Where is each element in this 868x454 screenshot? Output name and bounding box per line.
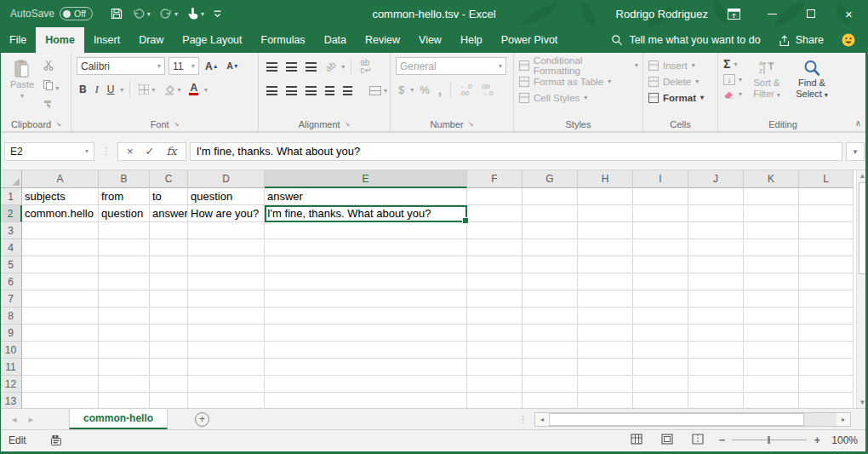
cell-A1[interactable]: subjects (22, 188, 99, 205)
cell-H9[interactable] (578, 325, 633, 342)
tab-view[interactable]: View (409, 27, 451, 53)
underline-caret[interactable]: ▾ (120, 86, 123, 94)
cell-H10[interactable] (578, 342, 633, 359)
cell-C3[interactable] (150, 222, 188, 239)
cell-D5[interactable] (188, 256, 265, 273)
align-center-button[interactable] (283, 84, 300, 97)
redo-button[interactable]: ▾ (156, 4, 181, 23)
save-button[interactable] (106, 4, 127, 23)
cell-K10[interactable] (744, 342, 799, 359)
row-header-8[interactable]: 8 (0, 307, 22, 325)
fill-button[interactable]: ↓▾ (723, 74, 742, 85)
cell-G11[interactable] (523, 359, 578, 376)
customize-qat-button[interactable] (209, 6, 226, 21)
scroll-left-arrow[interactable]: ◂ (535, 413, 549, 426)
cell-F5[interactable] (467, 256, 523, 273)
font-color-button[interactable]: A (186, 82, 201, 97)
zoom-slider[interactable] (732, 440, 807, 440)
decrease-indent-button[interactable] (323, 84, 337, 97)
clipboard-dialog-launcher[interactable]: ↘ (55, 120, 61, 128)
currency-button[interactable]: $ (396, 82, 407, 98)
cell-A3[interactable] (22, 222, 99, 239)
select-all-corner[interactable] (0, 170, 22, 188)
cell-I10[interactable] (633, 342, 688, 359)
cell-D11[interactable] (188, 359, 265, 376)
cell-L10[interactable] (799, 342, 854, 359)
tab-page-layout[interactable]: Page Layout (173, 27, 251, 53)
cell-E1[interactable]: answer (265, 188, 467, 205)
expand-formula-bar-button[interactable]: ▾ (846, 142, 865, 161)
cancel-entry-button[interactable]: × (127, 145, 134, 158)
cell-I1[interactable] (633, 188, 688, 205)
increase-font-size-button[interactable]: A▲ (203, 59, 221, 74)
cell-L7[interactable] (799, 290, 854, 307)
wrap-text-button[interactable]: abc↵ (357, 57, 374, 76)
page-break-preview-button[interactable] (692, 433, 704, 448)
cell-D6[interactable] (188, 273, 265, 290)
align-right-button[interactable] (303, 84, 319, 97)
top-align-button[interactable] (264, 60, 280, 73)
touch-mode-caret[interactable]: ▾ (201, 10, 204, 18)
cell-E9[interactable] (265, 325, 467, 342)
col-header-L[interactable]: L (799, 170, 854, 188)
cell-H2[interactable] (578, 205, 633, 222)
cell-I5[interactable] (633, 256, 688, 273)
cell-J4[interactable] (688, 239, 744, 256)
cell-L6[interactable] (799, 273, 854, 290)
alignment-dialog-launcher[interactable]: ↘ (345, 120, 351, 128)
cell-L1[interactable] (799, 188, 854, 205)
cell-B9[interactable] (99, 325, 150, 342)
cell-H12[interactable] (578, 376, 633, 393)
cell-I13[interactable] (633, 393, 688, 408)
zoom-slider-thumb[interactable] (768, 436, 770, 444)
cell-J6[interactable] (688, 273, 744, 290)
cell-I2[interactable] (633, 205, 688, 222)
cell-F8[interactable] (467, 307, 523, 325)
cell-E11[interactable] (265, 359, 467, 376)
tell-me-search[interactable]: Tell me what you want to do (611, 34, 760, 46)
cell-D13[interactable] (188, 393, 265, 408)
cell-H5[interactable] (578, 256, 633, 273)
previous-sheet-arrow[interactable]: ◂ (12, 414, 17, 425)
cell-L5[interactable] (799, 256, 854, 273)
cell-I6[interactable] (633, 273, 688, 290)
cell-F7[interactable] (467, 290, 523, 307)
cell-J11[interactable] (688, 359, 744, 376)
col-header-I[interactable]: I (633, 170, 688, 188)
formula-bar-divider[interactable]: ⋮ (98, 146, 114, 157)
cell-A10[interactable] (22, 342, 99, 359)
clear-button[interactable]: ▾ (723, 89, 742, 99)
row-header-4[interactable]: 4 (0, 239, 22, 256)
cell-D3[interactable] (188, 222, 265, 239)
cell-styles-button[interactable]: Cell Styles▾ (519, 89, 638, 106)
tab-power-pivot[interactable]: Power Pivot (492, 27, 568, 53)
cell-D7[interactable] (188, 290, 265, 307)
cell-C7[interactable] (150, 290, 188, 307)
cell-G1[interactable] (523, 188, 578, 205)
cell-A5[interactable] (22, 256, 99, 273)
cell-I9[interactable] (633, 325, 688, 342)
cell-F3[interactable] (467, 222, 523, 239)
row-header-5[interactable]: 5 (0, 256, 22, 273)
increase-indent-button[interactable] (340, 84, 355, 97)
bottom-align-button[interactable] (303, 60, 319, 73)
borders-button[interactable]: ▾ (136, 83, 157, 96)
cell-K12[interactable] (744, 376, 799, 393)
font-dialog-launcher[interactable]: ↘ (174, 120, 180, 128)
tab-review[interactable]: Review (356, 27, 409, 53)
page-layout-view-button[interactable] (661, 433, 673, 448)
cell-H8[interactable] (578, 307, 633, 325)
ribbon-display-options-button[interactable] (727, 8, 741, 20)
cell-J8[interactable] (688, 307, 744, 325)
cell-A12[interactable] (22, 376, 99, 393)
cell-L9[interactable] (799, 325, 854, 342)
zoom-in-button[interactable]: + (814, 434, 820, 446)
tab-formulas[interactable]: Formulas (252, 27, 315, 53)
undo-dropdown-caret[interactable]: ▾ (147, 10, 151, 18)
decrease-decimal-button[interactable]: .00→.0 (478, 82, 496, 99)
cell-B3[interactable] (99, 222, 150, 239)
cell-E10[interactable] (265, 342, 467, 359)
middle-align-button[interactable] (283, 60, 300, 73)
insert-function-button[interactable]: fx (167, 145, 177, 158)
cell-B10[interactable] (99, 342, 150, 359)
